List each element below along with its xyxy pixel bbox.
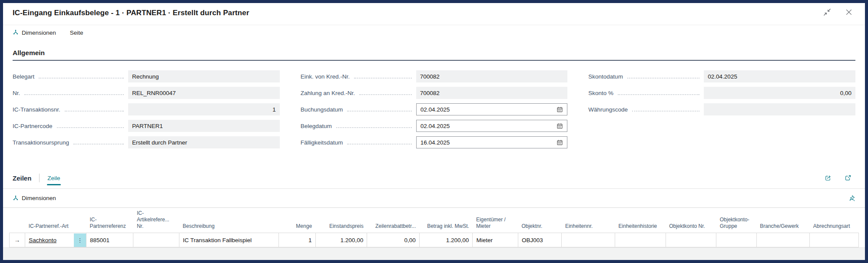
cell-einheitenhistorie[interactable] [615,233,666,247]
col-header-einheitenhistorie[interactable]: Einheitenhistorie [615,208,666,233]
field-label: Nr. [13,90,20,96]
col-header-objektkonto-gruppe[interactable]: Objektkonto-Gruppe [716,208,756,233]
field-buchungsdatum: Buchungsdatum 02.04.2025 [301,101,568,118]
page-title: IC-Eingang Einkaufsbelege - 1 · PARTNER1… [13,9,855,17]
vertical-separator [39,174,40,182]
lines-table: IC-Partnerref.-Art IC-Partnerreferenz IC… [9,208,859,247]
menu-dimensionen-label: Dimensionen [22,30,56,36]
col-header-ic-partnerreferenz[interactable]: IC-Partnerreferenz [86,208,133,233]
eink-von-kred-nr-value: 700082 [416,70,568,82]
waehrungscode-value [704,103,855,115]
field-skontodatum: Skontodatum 02.04.2025 [588,68,855,85]
collapse-window-icon[interactable] [823,8,831,16]
cell-zeilenrabattbetrag[interactable]: 0,00 [367,233,420,247]
field-belegart: Belegart Rechnung [13,68,280,85]
lines-header: Zeilen Zeile [3,171,865,185]
cell-betrag-inkl-mwst[interactable]: 1.200,00 [419,233,473,247]
share-icon[interactable] [824,174,832,182]
cell-einheitennr[interactable] [562,233,615,247]
cell-abrechnungsart[interactable] [810,233,859,247]
field-label: Transaktionsursprung [13,139,69,146]
zahlung-an-kred-nr-value: 700082 [416,87,568,99]
col-header-beschreibung[interactable]: Beschreibung [179,208,278,233]
cell-ic-artikelreferenz-nr[interactable] [133,233,179,247]
field-faelligkeitsdatum: Fälligkeitsdatum 16.04.2025 [301,134,568,151]
field-ic-partnercode: IC-Partnercode PARTNER1 [13,118,280,134]
col-header-ic-artikelreferenz-nr[interactable]: IC-Artikelrefere... Nr. [133,208,179,233]
col-header-ic-partnerref-art[interactable]: IC-Partnerref.-Art [25,208,86,233]
dotted-leader [627,75,699,79]
cell-ic-partnerreferenz[interactable]: 885001 [86,233,133,247]
active-row-indicator: → [10,233,25,247]
field-label: IC-Partnercode [13,123,53,129]
col-header-branche-gewerk[interactable]: Branche/Gewerk [756,208,810,233]
close-icon[interactable] [845,8,853,16]
more-options-button[interactable]: ⋮ [74,233,86,247]
tab-zeile[interactable]: Zeile [47,175,60,181]
lines-menu-dimensionen[interactable]: Dimensionen [13,195,56,201]
col-header-objektkonto-nr[interactable]: Objektkonto Nr. [666,208,716,233]
calendar-icon[interactable] [557,106,563,113]
skonto-prozent-value: 0,00 [704,87,855,99]
col-header-menge[interactable]: Menge [279,208,315,233]
lines-part: Zeilen Zeile [3,171,865,260]
page-menubar: Dimensionen Seite [3,25,865,40]
faelligkeitsdatum-input[interactable]: 16.04.2025 [416,136,568,148]
field-zahlung-an-kred-nr: Zahlung an Kred.-Nr. 700082 [301,85,568,101]
dimensions-icon [13,30,19,36]
table-header-row: IC-Partnerref.-Art IC-Partnerreferenz IC… [10,208,859,233]
field-label: Buchungsdatum [301,106,343,113]
col-header-einstandspreis[interactable]: Einstandspreis [315,208,367,233]
unpin-icon[interactable] [848,194,855,202]
field-eink-von-kred-nr: Eink. von Kred.-Nr. 700082 [301,68,568,85]
window-controls [823,8,853,16]
col-header-zeilenrabattbetrag[interactable]: Zeilenrabattbetr... [367,208,420,233]
col-header-eigentuemer-mieter[interactable]: Eigentümer / Mieter [473,208,518,233]
ic-partnercode-value: PARTNER1 [128,120,280,132]
field-label: Eink. von Kred.-Nr. [301,73,350,80]
cell-objektkonto-nr[interactable] [666,233,716,247]
cell-menge[interactable]: 1 [279,233,315,247]
field-transaktionsursprung: Transaktionsursprung Erstellt durch Part… [13,134,280,151]
col-header-abrechnungsart[interactable]: Abrechnungsart [810,208,859,233]
lines-table-wrap: IC-Partnerref.-Art IC-Partnerreferenz IC… [9,208,859,247]
col-header-objektnr[interactable]: Objektnr. [518,208,562,233]
buchungsdatum-input[interactable]: 02.04.2025 [416,103,568,115]
menu-seite-label: Seite [70,30,83,36]
calendar-icon[interactable] [557,123,563,129]
ellipsis-vertical-icon: ⋮ [77,237,83,243]
menu-seite[interactable]: Seite [70,30,83,36]
field-label: Währungscode [588,106,628,113]
table-row[interactable]: → Sachkonto ⋮ 885001 IC Transaktion Fall… [10,233,859,247]
cell-objektnr[interactable]: OBJ003 [518,233,562,247]
ic-transaktionsnr-value: 1 [128,103,280,115]
open-in-new-window-icon[interactable] [844,174,852,182]
belegart-value: Rechnung [128,70,280,82]
col-header-row-indicator [10,208,25,233]
nr-value: REL_RNR00047 [128,87,280,99]
menu-dimensionen[interactable]: Dimensionen [13,30,56,36]
field-nr: Nr. REL_RNR00047 [13,85,280,101]
skontodatum-value: 02.04.2025 [704,70,855,82]
cell-eigentuemer-mieter[interactable]: Mieter [473,233,518,247]
col-header-einheitennr[interactable]: Einheitennr. [562,208,615,233]
cell-einstandspreis[interactable]: 1.200,00 [315,233,367,247]
col-header-betrag-inkl-mwst[interactable]: Betrag inkl. MwSt. [419,208,473,233]
cell-beschreibung[interactable]: IC Transaktion Fallbeispiel [179,233,278,247]
cell-objektkonto-gruppe[interactable] [716,233,756,247]
field-waehrungscode: Währungscode [588,101,855,118]
field-ic-transaktionsnr: IC-Transaktionsnr. 1 [13,101,280,118]
arrow-right-icon: → [14,237,20,243]
section-heading-allgemein[interactable]: Allgemein [13,49,855,61]
dotted-leader [359,91,412,95]
cell-branche-gewerk[interactable] [756,233,810,247]
calendar-icon[interactable] [557,139,563,146]
content-filler [3,247,865,260]
field-label: Skontodatum [588,73,623,80]
cell-ic-partnerref-art[interactable]: Sachkonto ⋮ [25,233,86,247]
general-fields-grid: Belegart Rechnung Nr. REL_RNR00047 IC-Tr… [13,68,855,151]
belegdatum-input[interactable]: 02.04.2025 [416,120,568,132]
sachkonto-link[interactable]: Sachkonto [25,233,74,247]
dotted-leader [632,108,699,112]
dotted-leader [24,91,124,95]
